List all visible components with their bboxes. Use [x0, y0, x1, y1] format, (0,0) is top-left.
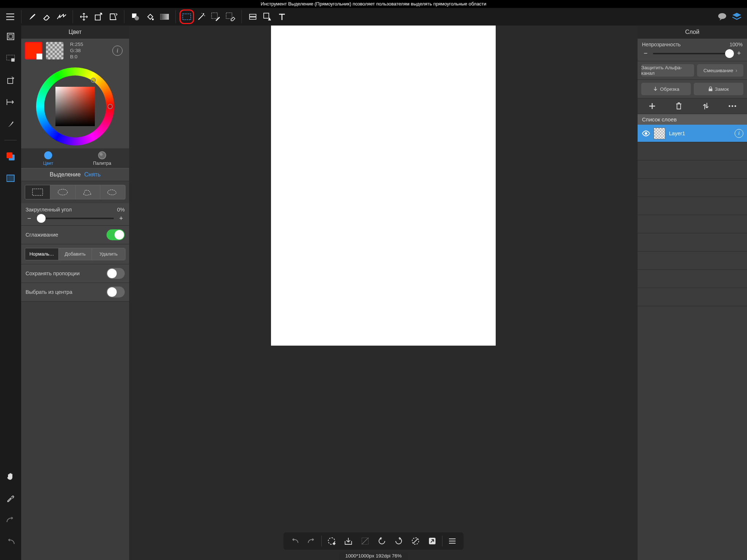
rail-brush[interactable] [3, 117, 18, 131]
tooltip-bar: Инструмент Выделение (Прямоугольник) поз… [0, 0, 467, 8]
svg-rect-19 [7, 175, 14, 182]
selection-clear[interactable]: Снять [84, 171, 101, 178]
shape-rect[interactable] [25, 185, 50, 199]
svg-rect-8 [249, 14, 256, 16]
canvas-area [129, 26, 467, 350]
gradient-tool[interactable] [157, 9, 172, 24]
rail-rotate[interactable] [3, 73, 18, 88]
rail-reference[interactable] [3, 171, 18, 186]
left-rail [0, 26, 21, 350]
rail-fullscreen[interactable] [3, 29, 18, 44]
svg-rect-12 [7, 33, 14, 40]
svg-rect-17 [9, 155, 15, 160]
color-info-button[interactable]: i [112, 46, 123, 56]
color-wheel[interactable] [36, 67, 114, 145]
svg-rect-1 [132, 13, 136, 18]
svg-rect-9 [249, 17, 256, 19]
fill-tool[interactable] [143, 9, 157, 24]
svg-point-2 [135, 16, 139, 20]
top-toolbar [0, 8, 467, 26]
color-swatch-row: R:255 G:38 B:0 i [21, 39, 129, 63]
rounded-corner-value: 0% [117, 207, 125, 213]
antialias-toggle[interactable] [107, 229, 125, 240]
svg-point-3 [152, 19, 154, 20]
rect-select-tool[interactable] [179, 9, 194, 24]
svg-rect-20 [8, 175, 14, 182]
rounded-corner-label: Закругленный угол [26, 207, 72, 213]
svg-rect-5 [183, 14, 191, 20]
rc-minus[interactable]: − [26, 215, 33, 222]
shape-lasso[interactable] [100, 185, 125, 199]
svg-point-22 [58, 189, 67, 195]
secondary-color-swatch[interactable] [46, 42, 63, 59]
selection-shape-segment [25, 185, 125, 199]
rail-colors[interactable] [3, 149, 18, 164]
select-brush-tool[interactable] [209, 9, 223, 24]
canvas[interactable] [271, 26, 467, 346]
svg-rect-6 [212, 13, 217, 19]
transform-tool[interactable] [91, 9, 106, 24]
mode-normal[interactable]: Нормаль… [25, 248, 59, 260]
primary-color-swatch[interactable] [25, 42, 42, 59]
tab-color[interactable]: Цвет [21, 148, 75, 168]
rc-slider[interactable] [36, 218, 114, 219]
left-panel: Цвет R:255 G:38 B:0 i Цвет Палитра Выдел… [21, 26, 129, 350]
canvas-tool[interactable] [260, 9, 275, 24]
svg-rect-14 [7, 55, 15, 60]
svg-rect-18 [7, 152, 12, 158]
smudge-tool[interactable] [54, 9, 69, 24]
menu-button[interactable] [3, 9, 18, 24]
sv-box[interactable] [55, 87, 95, 126]
brush-tool[interactable] [25, 9, 40, 24]
mode-remove[interactable]: Удалить [92, 248, 125, 260]
rail-select-layer[interactable] [3, 51, 18, 66]
select-eraser-tool[interactable] [223, 9, 238, 24]
svg-rect-13 [9, 35, 12, 38]
crop-tool[interactable] [245, 9, 260, 24]
rgb-readout: R:255 G:38 B:0 [70, 42, 83, 60]
from-center-toggle[interactable] [107, 287, 125, 298]
tab-palette[interactable]: Палитра [75, 148, 129, 168]
selection-title: Выделение [50, 171, 81, 178]
text-tool[interactable] [275, 9, 289, 24]
svg-rect-4 [160, 14, 169, 20]
eraser-tool[interactable] [40, 9, 54, 24]
keep-ratio-toggle[interactable] [107, 268, 125, 279]
shape-poly[interactable] [76, 185, 101, 199]
rc-plus[interactable]: + [117, 215, 125, 222]
move-tool[interactable] [77, 9, 91, 24]
svg-rect-7 [226, 13, 232, 19]
svg-rect-16 [8, 78, 13, 83]
magic-wand-tool[interactable] [194, 9, 209, 24]
svg-rect-0 [95, 15, 100, 20]
svg-rect-15 [11, 58, 15, 62]
mode-add[interactable]: Добавить [59, 248, 92, 260]
shape-ellipse[interactable] [50, 185, 76, 199]
distort-tool[interactable] [106, 9, 120, 24]
from-center-label: Выбрать из центра [26, 289, 72, 295]
svg-rect-21 [32, 189, 43, 195]
antialias-label: Сглаживание [26, 232, 58, 238]
rail-flip[interactable] [3, 95, 18, 109]
shape-tool[interactable] [128, 9, 143, 24]
keep-ratio-label: Сохранять пропорции [26, 271, 80, 276]
color-panel-title: Цвет [21, 26, 129, 39]
svg-rect-10 [264, 13, 269, 18]
